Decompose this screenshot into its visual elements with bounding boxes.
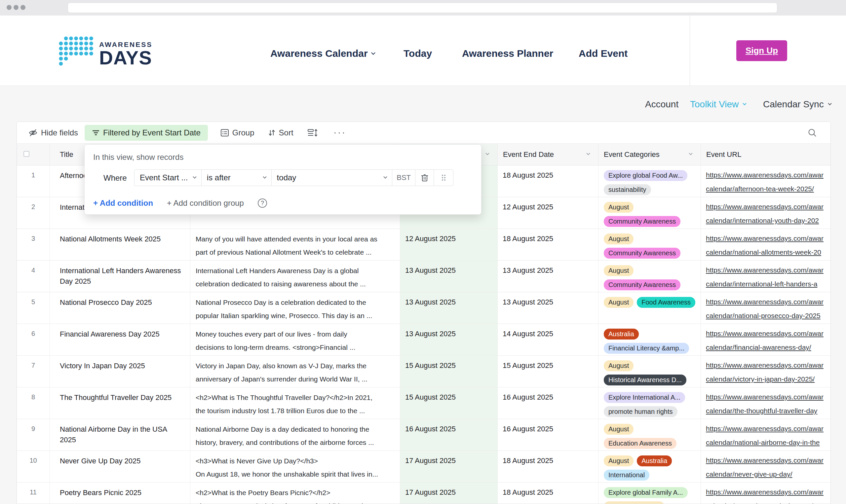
category-chip[interactable]: Financial Literacy &amp... <box>604 343 689 354</box>
nav-add-event[interactable]: Add Event <box>579 48 628 59</box>
account-link[interactable]: Account <box>645 99 678 110</box>
cell-event-end-date[interactable]: 13 August 2025 <box>498 292 598 324</box>
add-condition-button[interactable]: + Add condition <box>93 198 153 208</box>
cell-event-categories[interactable]: Explore global Food Aw...sustainability <box>598 165 701 197</box>
cell-event-end-date[interactable]: 18 August 2025 <box>498 451 598 482</box>
cell-event-url[interactable]: https://www.awarenessdays.com/awar calen… <box>701 229 830 260</box>
sort-button[interactable]: Sort <box>268 128 294 138</box>
cell-event-url[interactable]: https://www.awarenessdays.com/awar calen… <box>701 388 830 419</box>
category-chip[interactable]: Food Awareness <box>637 297 695 308</box>
category-chip[interactable]: support wellbeing <box>604 501 665 504</box>
cell-event-categories[interactable]: AugustFood Awareness <box>598 292 701 324</box>
cell-title[interactable]: National Airborne Day in the USA 2025 <box>50 419 190 450</box>
cell-title[interactable]: Poetry Bears Picnic 2025 <box>50 483 190 504</box>
operator-select[interactable]: is after <box>201 170 272 186</box>
category-chip[interactable]: Explore global Food Aw... <box>604 170 687 181</box>
category-chip[interactable]: Education Awareness <box>604 438 676 449</box>
cell-event-start-date[interactable]: 13 August 2025 <box>400 292 498 324</box>
cell-event-end-date[interactable]: 13 August 2025 <box>498 260 598 292</box>
calendar-sync-link[interactable]: Calendar Sync <box>763 99 831 110</box>
cell-description[interactable]: <h2>What is the Poetry Bears Picnic?</h2… <box>190 483 400 504</box>
category-chip[interactable]: promote human rights <box>604 406 677 417</box>
cell-event-categories[interactable]: AustraliaFinancial Literacy &amp... <box>598 324 701 355</box>
field-select[interactable]: Event Start ... <box>135 170 201 186</box>
cell-event-categories[interactable]: AugustAustraliaInternational <box>598 451 701 482</box>
window-control-icon[interactable] <box>20 5 25 10</box>
cell-event-url[interactable]: https://www.awarenessdays.com/awar calen… <box>701 292 830 324</box>
search-button[interactable] <box>807 128 817 138</box>
cell-event-url[interactable]: https://www.awarenessdays.com/awar calen… <box>701 165 830 197</box>
cell-event-start-date[interactable]: 17 August 2025 <box>400 451 498 482</box>
cell-description[interactable]: Victory in Japan Day, also known as V-J … <box>190 356 400 387</box>
cell-description[interactable]: Many of you will have attended events in… <box>190 229 400 260</box>
signup-button[interactable]: Sign Up <box>736 40 787 61</box>
cell-event-url[interactable]: https://www.awarenessdays.com/awar calen… <box>701 451 830 482</box>
category-chip[interactable]: Australia <box>637 455 672 466</box>
category-chip[interactable]: Explore International A... <box>604 392 685 403</box>
cell-event-end-date[interactable]: 18 August 2025 <box>498 165 598 197</box>
toolkit-view-link[interactable]: Toolkit View <box>690 99 746 110</box>
category-chip[interactable]: August <box>604 234 634 245</box>
cell-event-start-date[interactable]: 13 August 2025 <box>400 260 498 292</box>
cell-event-categories[interactable]: AugustCommunity Awareness <box>598 197 701 229</box>
cell-event-end-date[interactable]: 16 August 2025 <box>498 388 598 419</box>
cell-event-categories[interactable]: AugustEducation Awareness <box>598 419 701 450</box>
row-height-button[interactable] <box>307 128 318 137</box>
category-chip[interactable]: August <box>604 360 634 371</box>
window-control-icon[interactable] <box>6 5 12 10</box>
cell-description[interactable]: Money touches every part of our lives - … <box>190 324 400 355</box>
cell-event-end-date[interactable]: 16 August 2025 <box>498 419 598 450</box>
cell-description[interactable]: International Left Handers Awareness Day… <box>190 260 400 292</box>
cell-event-start-date[interactable]: 13 August 2025 <box>400 324 498 355</box>
add-condition-group-button[interactable]: + Add condition group <box>167 198 244 208</box>
cell-event-start-date[interactable]: 16 August 2025 <box>400 419 498 450</box>
cell-event-url[interactable]: https://www.awarenessdays.com/awar calen… <box>701 419 830 450</box>
cell-event-start-date[interactable]: 12 August 2025 <box>400 229 498 260</box>
cell-event-start-date[interactable]: 15 August 2025 <box>400 356 498 387</box>
cell-event-end-date[interactable]: 18 August 2025 <box>498 229 598 260</box>
cell-event-categories[interactable]: Explore global Family A...support wellbe… <box>598 483 701 504</box>
cell-event-end-date[interactable]: 12 August 2025 <box>498 197 598 229</box>
select-all-checkbox[interactable] <box>23 151 30 157</box>
category-chip[interactable]: Explore global Family A... <box>604 487 688 498</box>
category-chip[interactable]: August <box>604 202 634 213</box>
cell-description[interactable]: National Airborne Day is a day dedicated… <box>190 419 400 450</box>
cell-title[interactable]: Financial Awareness Day 2025 <box>50 324 190 355</box>
nav-awareness-planner[interactable]: Awareness Planner <box>462 48 553 59</box>
category-chip[interactable]: sustainability <box>604 184 651 195</box>
hide-fields-button[interactable]: Hide fields <box>29 128 78 138</box>
category-chip[interactable]: Community Awareness <box>604 248 681 258</box>
category-chip[interactable]: August <box>604 424 634 435</box>
group-button[interactable]: Group <box>221 128 254 138</box>
cell-event-end-date[interactable]: 18 August 2025 <box>498 483 598 504</box>
cell-event-end-date[interactable]: 15 August 2025 <box>498 356 598 387</box>
filter-button[interactable]: Filtered by Event Start Date <box>85 125 208 141</box>
cell-event-url[interactable]: https://www.awarenessdays.com/awar calen… <box>701 483 830 504</box>
cell-event-start-date[interactable]: 15 August 2025 <box>400 388 498 419</box>
cell-title[interactable]: National Allotments Week 2025 <box>50 229 190 260</box>
value-select[interactable]: today <box>272 170 393 186</box>
cell-event-url[interactable]: https://www.awarenessdays.com/awar calen… <box>701 260 830 292</box>
cell-event-categories[interactable]: AugustCommunity Awareness <box>598 229 701 260</box>
cell-event-start-date[interactable]: 17 August 2025 <box>400 483 498 504</box>
drag-handle[interactable] <box>434 170 453 186</box>
category-chip[interactable]: Community Awareness <box>604 216 681 227</box>
column-header-event-url[interactable]: Event URL <box>701 144 830 165</box>
more-options-button[interactable]: ··· <box>334 127 346 138</box>
cell-description[interactable]: National Prosecco Day is a celebration d… <box>190 292 400 324</box>
cell-event-url[interactable]: https://www.awarenessdays.com/awar calen… <box>701 324 830 355</box>
cell-event-end-date[interactable]: 14 August 2025 <box>498 324 598 355</box>
cell-title[interactable]: International Left Handers Awareness Day… <box>50 260 190 292</box>
window-control-icon[interactable] <box>14 5 18 10</box>
category-chip[interactable]: August <box>604 297 634 308</box>
category-chip[interactable]: Community Awareness <box>604 280 681 290</box>
delete-condition-button[interactable] <box>416 170 434 186</box>
cell-title[interactable]: National Prosecco Day 2025 <box>50 292 190 324</box>
category-chip[interactable]: Historical Awareness D... <box>604 375 686 385</box>
category-chip[interactable]: International <box>604 470 649 481</box>
address-bar[interactable] <box>68 3 777 13</box>
cell-event-categories[interactable]: AugustCommunity Awareness <box>598 260 701 292</box>
cell-description[interactable]: <h2>What is The Thoughtful Traveller Day… <box>190 388 400 419</box>
cell-description[interactable]: <h3>What is Never Give Up Day?</h3> On A… <box>190 451 400 482</box>
cell-event-categories[interactable]: AugustHistorical Awareness D... <box>598 356 701 387</box>
